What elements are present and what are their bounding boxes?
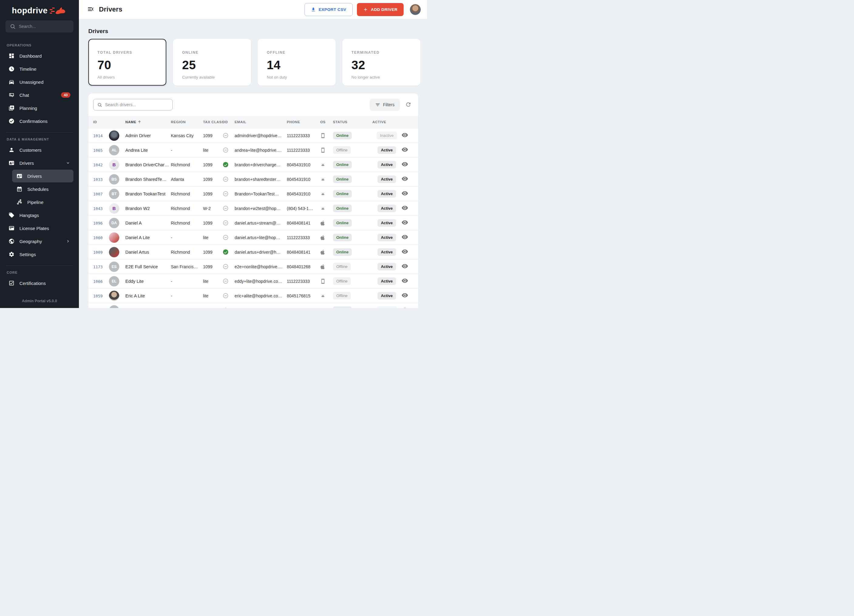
column-header-phone[interactable]: PHONE <box>287 120 320 124</box>
stat-card-offline[interactable]: OFFLINE14Not on duty <box>258 39 336 85</box>
driver-row-1009[interactable]: 1009Daniel ArtusRichmond1099daniel.artus… <box>88 245 418 259</box>
view-driver-button[interactable] <box>401 190 409 197</box>
sidebar-item-certifications[interactable]: Certifications <box>6 277 73 290</box>
sidebar-item-planning[interactable]: Planning <box>6 102 73 114</box>
chevron-right-icon[interactable] <box>66 239 70 244</box>
driver-phone: 8045431910 <box>287 162 320 167</box>
view-driver-button[interactable] <box>401 146 409 154</box>
driver-id-link[interactable]: 1009 <box>93 250 102 255</box>
refresh-button[interactable] <box>405 101 412 108</box>
stat-sublabel: All drivers <box>98 75 157 79</box>
sidebar-item-pipeline[interactable]: Pipeline <box>12 196 73 209</box>
driver-row-1059[interactable]: 1059Eric A Lite-liteeric+alite@hopdrive.… <box>88 288 418 303</box>
sidebar-item-geography[interactable]: Geography <box>6 235 73 248</box>
driver-id-link[interactable]: 1173 <box>93 265 102 269</box>
driver-avatar <box>109 232 119 243</box>
driver-id-link[interactable]: 1043 <box>93 206 102 211</box>
sidebar-item-hangtags[interactable]: Hangtags <box>6 209 73 221</box>
driver-row-1060[interactable]: 1060Daniel A Lite-litedaniel.artus+lite@… <box>88 230 418 245</box>
view-driver-button[interactable] <box>401 219 409 226</box>
status-badge: Offline <box>333 278 351 285</box>
driver-row-1013[interactable]: 1013EDEric Driver2Richmond1099eric+drive… <box>88 303 418 308</box>
column-header-active[interactable]: ACTIVE <box>372 120 401 124</box>
driver-id-link[interactable]: 1096 <box>93 221 102 226</box>
sidebar-item-settings[interactable]: Settings <box>6 248 73 261</box>
column-header-dd[interactable]: DD <box>223 120 235 124</box>
sidebar-item-unassigned[interactable]: Unassigned <box>6 76 73 88</box>
chevron-down-icon[interactable] <box>66 160 70 165</box>
view-driver-button[interactable] <box>401 278 409 285</box>
view-driver-button[interactable] <box>401 161 409 168</box>
driver-tax-class: lite <box>203 293 223 298</box>
view-driver-button[interactable] <box>401 306 409 308</box>
sidebar-item-customers[interactable]: Customers <box>6 143 73 156</box>
sidebar-item-schedules[interactable]: Schedules <box>12 183 73 195</box>
column-header-id[interactable]: ID <box>93 120 109 124</box>
driver-row-1173[interactable]: 1173ESE2E Full ServiceSan Francis…1099e2… <box>88 259 418 274</box>
driver-id-link[interactable]: 1014 <box>93 134 102 138</box>
driver-row-1043[interactable]: 1043BBrandon W2RichmondW-2brandon+w2test… <box>88 201 418 215</box>
driver-email: eddy+lite@hopdrive.co… <box>235 279 287 284</box>
user-avatar[interactable] <box>410 4 421 15</box>
view-driver-button[interactable] <box>401 248 409 256</box>
driver-row-1065[interactable]: 1065ALAndrea Lite-liteandrea+lite@hopdri… <box>88 143 418 157</box>
stat-card-terminated[interactable]: TERMINATED32No longer active <box>342 39 420 85</box>
sidebar-item-label: Customers <box>20 148 41 152</box>
drivers-search-input[interactable] <box>105 102 169 107</box>
export-csv-button[interactable]: EXPORT CSV <box>304 3 353 16</box>
driver-id-link[interactable]: 1066 <box>93 279 102 284</box>
sidebar-item-timeline[interactable]: Timeline <box>6 63 73 75</box>
column-header-email[interactable]: EMAIL <box>235 120 287 124</box>
driver-tax-class: 1099 <box>203 162 223 167</box>
sidebar-item-confirmations[interactable]: Confirmations <box>6 115 73 127</box>
driver-row-1007[interactable]: 1007BTBrandon TookanTestRichmond1099Bran… <box>88 186 418 201</box>
driver-avatar <box>109 131 119 141</box>
driver-id-link[interactable]: 1042 <box>93 163 102 167</box>
os-android-icon <box>320 308 333 308</box>
sidebar-search[interactable] <box>6 20 73 32</box>
filters-button[interactable]: Filters <box>370 99 400 111</box>
sidebar-item-drivers[interactable]: Drivers <box>6 157 73 169</box>
sidebar-item-drivers[interactable]: Drivers <box>12 170 73 182</box>
driver-id-link[interactable]: 1060 <box>93 235 102 240</box>
dd-disabled-minus-icon <box>223 147 235 153</box>
driver-id-link[interactable]: 1059 <box>93 294 102 298</box>
driver-name: Brandon SharedTe… <box>125 177 171 182</box>
column-header-os[interactable]: OS <box>320 120 333 124</box>
sidebar-search-input[interactable] <box>19 24 69 29</box>
driver-name: Eddy Lite <box>125 279 171 284</box>
view-driver-button[interactable] <box>401 175 409 183</box>
driver-avatar: EL <box>109 276 119 287</box>
view-driver-button[interactable] <box>401 204 409 212</box>
view-driver-button[interactable] <box>401 263 409 270</box>
sidebar-item-chat[interactable]: Chat43 <box>6 88 73 101</box>
stat-card-total-drivers[interactable]: TOTAL DRIVERS70All drivers <box>88 39 166 85</box>
driver-id-link[interactable]: 1033 <box>93 177 102 182</box>
view-driver-button[interactable] <box>401 132 409 139</box>
column-header-region[interactable]: REGION <box>171 120 203 124</box>
add-driver-button[interactable]: ADD DRIVER <box>357 3 404 16</box>
stat-card-online[interactable]: ONLINE25Currently available <box>173 39 251 85</box>
driver-row-1014[interactable]: 1014Admin DriverKansas City1099admindriv… <box>88 128 418 143</box>
column-header-status[interactable]: STATUS <box>333 120 372 124</box>
stat-sublabel: No longer active <box>351 75 411 79</box>
menu-collapse-icon[interactable] <box>87 6 95 13</box>
driver-row-1066[interactable]: 1066ELEddy Lite-liteeddy+lite@hopdrive.c… <box>88 274 418 288</box>
driver-row-1033[interactable]: 1033BSBrandon SharedTe…Atlanta1099brando… <box>88 172 418 186</box>
driver-row-1096[interactable]: 1096DADaniel ARichmond1099daniel.artus+s… <box>88 215 418 230</box>
driver-email: admindriver@hopdrive… <box>235 133 287 138</box>
view-driver-button[interactable] <box>401 234 409 241</box>
sidebar-item-license-plates[interactable]: License Plates <box>6 222 73 235</box>
drivers-search[interactable] <box>93 99 173 110</box>
column-header-name[interactable]: NAME <box>125 120 171 124</box>
driver-id-link[interactable]: 1065 <box>93 148 102 152</box>
calendar-icon <box>17 186 23 192</box>
column-header-tax-class[interactable]: TAX CLASS <box>203 120 223 124</box>
check-circle-icon <box>9 118 15 124</box>
sidebar-item-dashboard[interactable]: Dashboard <box>6 49 73 62</box>
status-badge: Online <box>333 306 352 308</box>
driver-row-1042[interactable]: 1042BBrandon DriverChar…Richmond1099bran… <box>88 157 418 172</box>
view-driver-button[interactable] <box>401 292 409 299</box>
driver-id-link[interactable]: 1007 <box>93 192 102 196</box>
os-android-icon <box>320 177 333 182</box>
